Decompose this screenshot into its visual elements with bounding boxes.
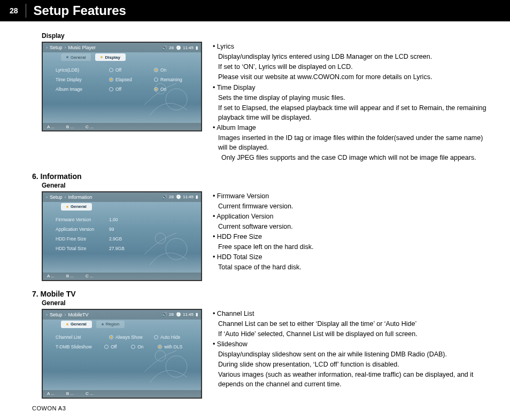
screenshot-information: › Setup › Information 🔊28 🕘11:45 ▮ Gener… [42, 191, 202, 281]
page-header: 28 Setup Features [0, 0, 510, 21]
subheading-mobiletv: General [42, 299, 491, 307]
statusbar: › Setup › Music Player 🔊28 🕘11:45 ▮ [43, 43, 201, 52]
clock-icon: 🕘11:45 [176, 312, 194, 317]
bullet-heading: Lyrics [213, 42, 491, 51]
breadcrumb-arrow-icon: › [46, 312, 48, 317]
breadcrumb-arrow-icon: › [65, 45, 66, 50]
volume-icon: 🔊28 [162, 312, 174, 317]
clock-icon: 🕘11:45 [176, 195, 194, 199]
heading-information: 6. Information [32, 172, 491, 181]
tab-general[interactable]: General [61, 203, 92, 211]
list-item: HDD Total Size27.9GB [56, 244, 191, 253]
breadcrumb-arrow-icon: › [65, 312, 66, 317]
volume-icon: 🔊28 [162, 195, 174, 199]
softkey-b[interactable]: B ... [66, 125, 74, 129]
breadcrumb-2: Music Player [68, 45, 96, 50]
subheading-display: Display [42, 32, 491, 40]
section-display: Display › Setup › Music Player 🔊28 🕘11:4… [32, 32, 491, 164]
list-item[interactable]: T-DMB Slideshow Off On with DLS [56, 342, 191, 352]
svg-point-4 [166, 356, 187, 377]
screenshot-display: › Setup › Music Player 🔊28 🕘11:45 ▮ Gene… [42, 42, 202, 131]
softkey-a[interactable]: A ... [47, 125, 55, 129]
breadcrumb-1: Setup [50, 45, 63, 50]
softkey-c[interactable]: C ... [86, 125, 94, 129]
bullet-heading: Album Image [213, 123, 491, 133]
breadcrumb-arrow-icon: › [46, 195, 48, 200]
page-body: Display › Setup › Music Player 🔊28 🕘11:4… [0, 21, 510, 399]
bullet-heading: Firmware Version [213, 191, 491, 201]
tab-general[interactable]: General [61, 321, 92, 328]
bullet-heading: Time Display [213, 83, 491, 92]
statusbar: › Setup › MobileTV 🔊28 🕘11:45 ▮ [43, 310, 201, 320]
bullet-heading: HDD Free Size [213, 232, 491, 242]
list-item[interactable]: Lyrics(LDB) Off On [56, 65, 191, 75]
volume-icon: 🔊28 [162, 45, 174, 50]
list-item[interactable]: Channel List Always Show Auto Hide [56, 332, 191, 342]
section-information: 6. Information General › Setup › Informa… [32, 172, 491, 281]
list-item: HDD Free Size2.9GB [56, 234, 191, 244]
description-display: Lyrics Display/undisplay lyrics entered … [207, 42, 491, 164]
softkey-a[interactable]: A ... [47, 391, 55, 396]
tab-display[interactable]: Display [95, 53, 125, 61]
softkey-bar: A ... B ... C ... [43, 390, 201, 398]
subheading-information: General [42, 182, 491, 189]
page-title: Setup Features [34, 3, 126, 18]
softkey-c[interactable]: C ... [86, 274, 94, 278]
screenshot-mobiletv: › Setup › MobileTV 🔊28 🕘11:45 ▮ General … [42, 309, 202, 399]
battery-icon: ▮ [196, 45, 198, 50]
list-item: Firmware Version1.00 [56, 215, 191, 224]
footer-model: COWON A3 [32, 405, 66, 411]
statusbar: › Setup › Information 🔊28 🕘11:45 ▮ [43, 192, 201, 202]
header-divider [26, 4, 26, 18]
page-number: 28 [10, 6, 18, 15]
breadcrumb-arrow-icon: › [65, 195, 66, 200]
bullet-heading: Channel List [213, 309, 491, 318]
section-mobiletv: 7. Mobile TV General › Setup › MobileTV … [32, 290, 491, 399]
bullet-heading: Slideshow [213, 339, 491, 349]
softkey-a[interactable]: A ... [47, 274, 55, 278]
battery-icon: ▮ [196, 312, 198, 317]
svg-point-5 [155, 351, 166, 361]
tab-region[interactable]: Region [96, 321, 125, 328]
list-item[interactable]: Album Image Off On [56, 84, 191, 94]
softkey-b[interactable]: B ... [66, 274, 74, 278]
description-mobiletv: Channel List Channel List can be set to … [207, 309, 491, 399]
softkey-b[interactable]: B ... [66, 391, 74, 396]
clock-icon: 🕘11:45 [176, 45, 194, 50]
softkey-c[interactable]: C ... [86, 391, 94, 396]
list-item: Application Version99 [56, 224, 191, 234]
softkey-bar: A ... B ... C ... [43, 273, 201, 280]
description-information: Firmware Version Current firmware versio… [207, 191, 491, 281]
bullet-heading: Application Version [213, 212, 491, 221]
bullet-heading: HDD Total Size [213, 252, 491, 262]
list-item[interactable]: Time Display Elapsed Remaining [56, 75, 191, 84]
battery-icon: ▮ [196, 195, 198, 199]
breadcrumb-arrow-icon: › [46, 45, 48, 50]
heading-mobiletv: 7. Mobile TV [32, 290, 491, 298]
softkey-bar: A ... B ... C ... [43, 123, 201, 130]
tab-general[interactable]: General [61, 53, 91, 61]
